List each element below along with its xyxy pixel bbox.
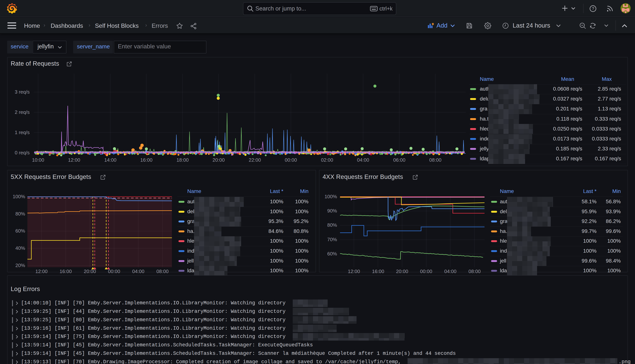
svg-text:?: ? [592,6,594,11]
